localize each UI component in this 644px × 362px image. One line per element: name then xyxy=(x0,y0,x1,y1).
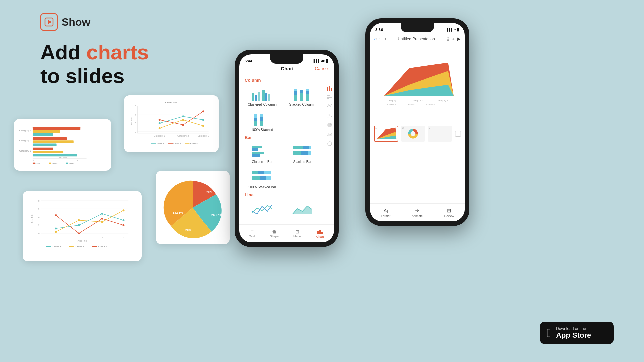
chart-toolbar-icon xyxy=(317,229,323,235)
svg-point-43 xyxy=(202,119,204,121)
pie-chart-type-icon[interactable] xyxy=(327,122,333,129)
slide-canvas[interactable]: Category 1 Category 2 Category 3 X Serie… xyxy=(374,47,461,120)
add-slide-button[interactable] xyxy=(455,126,461,142)
svg-text:20%: 20% xyxy=(185,228,191,232)
redo-button[interactable]: ↪ xyxy=(383,36,386,41)
svg-point-87 xyxy=(78,232,80,234)
stacked100-column-item[interactable]: 100% Stacked xyxy=(243,109,282,133)
phone-right-time: 3:36 xyxy=(375,28,383,32)
thumb-1-svg xyxy=(375,126,398,141)
phone-right-signal: ▌▌▌ ≈ ▊ xyxy=(447,28,459,31)
line-chart-type-icon[interactable] xyxy=(327,103,333,110)
bar-chart-type-icon[interactable] xyxy=(327,94,333,101)
undo-button[interactable]: ↩ xyxy=(376,36,380,41)
format-tool[interactable]: Aᵢ Format xyxy=(381,208,391,218)
slide-thumb-1[interactable]: 1 xyxy=(374,126,398,142)
stacked100-bar-item[interactable]: 100% Stacked Bar xyxy=(243,166,282,190)
svg-rect-13 xyxy=(33,154,77,156)
svg-text:5: 5 xyxy=(135,105,136,107)
svg-point-48 xyxy=(182,119,184,121)
svg-text:Category 3: Category 3 xyxy=(19,129,31,132)
line-item[interactable] xyxy=(243,199,282,219)
toolbar-shape[interactable]: ⬟ Shape xyxy=(270,229,279,238)
svg-text:26.67%: 26.67% xyxy=(211,213,222,217)
svg-text:Category 2: Category 2 xyxy=(177,135,189,137)
logo-area: Show xyxy=(40,13,194,31)
svg-text:4: 4 xyxy=(123,236,124,239)
svg-text:40%: 40% xyxy=(206,190,212,193)
svg-rect-137 xyxy=(308,151,311,155)
section-line-label: Line xyxy=(239,190,325,199)
slide-area-chart: Category 1 Category 2 Category 3 X Serie… xyxy=(378,50,456,117)
svg-point-85 xyxy=(123,209,125,211)
toolbar-chart-label: Chart xyxy=(316,235,324,238)
svg-text:1: 1 xyxy=(47,159,49,162)
svg-rect-108 xyxy=(252,93,254,101)
toolbar-text[interactable]: T Text xyxy=(249,229,255,238)
column-chart-type-icon[interactable] xyxy=(327,85,333,92)
battery-icon: ▊ xyxy=(326,59,329,63)
phone-left: 5:44 ▌▌▌ 4G ▊ Chart Cancel xyxy=(235,50,339,247)
svg-point-46 xyxy=(202,110,204,112)
headline-part2: to slides xyxy=(40,64,125,87)
format-icon: Aᵢ xyxy=(384,208,388,214)
badge-download-text: Download on the xyxy=(556,326,591,331)
svg-rect-96 xyxy=(327,87,328,91)
stacked-column-icon xyxy=(291,87,314,101)
phone-right-screen: 3:36 ▌▌▌ ≈ ▊ ‹ ↩ ↪ Untitled Presentation… xyxy=(370,23,465,221)
toolbar-media[interactable]: ⊡ Media xyxy=(293,229,302,238)
svg-point-103 xyxy=(329,115,330,116)
review-label: Review xyxy=(444,214,454,218)
share-button[interactable]: ⎙ xyxy=(447,36,449,41)
svg-text:Series 3: Series 3 xyxy=(69,163,75,165)
add-button[interactable]: + xyxy=(452,36,455,42)
svg-rect-129 xyxy=(252,148,258,151)
phone-right-notch xyxy=(401,23,434,32)
svg-rect-5 xyxy=(33,127,80,130)
svg-point-42 xyxy=(182,115,184,117)
area-chart-type-icon[interactable] xyxy=(327,132,333,138)
svg-text:13.33%: 13.33% xyxy=(173,211,183,214)
headline-accent: charts xyxy=(86,41,149,64)
scatter-chart-type-icon[interactable] xyxy=(327,113,333,120)
slide-thumb-3[interactable]: 3 xyxy=(428,126,452,142)
clustered-bar-item[interactable]: Clustered Bar xyxy=(243,141,282,165)
format-label: Format xyxy=(381,214,391,218)
play-button[interactable]: ▶ xyxy=(457,36,461,41)
svg-text:Series 3: Series 3 xyxy=(190,143,198,145)
phone-left-screen: 5:44 ▌▌▌ 4G ▊ Chart Cancel xyxy=(239,54,334,242)
chart-cancel-button[interactable]: Cancel xyxy=(315,66,329,71)
svg-rect-116 xyxy=(294,89,297,91)
svg-text:Series 1: Series 1 xyxy=(35,163,42,165)
svg-text:Axis Title: Axis Title xyxy=(130,117,132,126)
area-item[interactable] xyxy=(283,199,322,219)
svg-text:4: 4 xyxy=(38,216,40,218)
svg-rect-114 xyxy=(294,95,297,101)
review-tool[interactable]: ⊟ Review xyxy=(444,208,454,218)
svg-text:2: 2 xyxy=(78,236,80,239)
clustered-column-item[interactable]: Clustered Coloumn xyxy=(243,84,282,108)
active-slide: Category 1 Category 2 Category 3 X Serie… xyxy=(374,47,461,120)
svg-rect-117 xyxy=(300,93,303,101)
svg-rect-133 xyxy=(303,146,309,149)
svg-text:3: 3 xyxy=(102,236,103,239)
svg-rect-134 xyxy=(309,146,311,149)
svg-rect-98 xyxy=(331,88,332,91)
toolbar-chart[interactable]: Chart xyxy=(316,229,324,238)
svg-text:8: 8 xyxy=(38,200,40,202)
chart-picker-title: Chart xyxy=(259,66,315,71)
section-column-label: Column xyxy=(239,76,325,84)
stacked-bar-icon xyxy=(291,144,314,159)
app-store-badge[interactable]:  Download on the App Store xyxy=(540,322,614,344)
chart-scroll-area[interactable]: Column Clustered Coloumn xyxy=(239,74,325,236)
animate-tool[interactable]: ➜ Animate xyxy=(412,208,423,218)
other-chart-type-icon[interactable] xyxy=(327,141,333,148)
svg-point-49 xyxy=(202,125,204,127)
slide-thumb-2[interactable]: 2 xyxy=(401,126,425,142)
svg-text:Category 2: Category 2 xyxy=(19,139,31,142)
headline: Add charts to slides xyxy=(40,40,194,88)
stacked-column-item[interactable]: Stacked Coloumn xyxy=(283,84,322,108)
svg-point-107 xyxy=(328,142,332,146)
stacked-bar-item[interactable]: Stacked Bar xyxy=(283,141,322,165)
svg-text:3: 3 xyxy=(135,122,136,125)
